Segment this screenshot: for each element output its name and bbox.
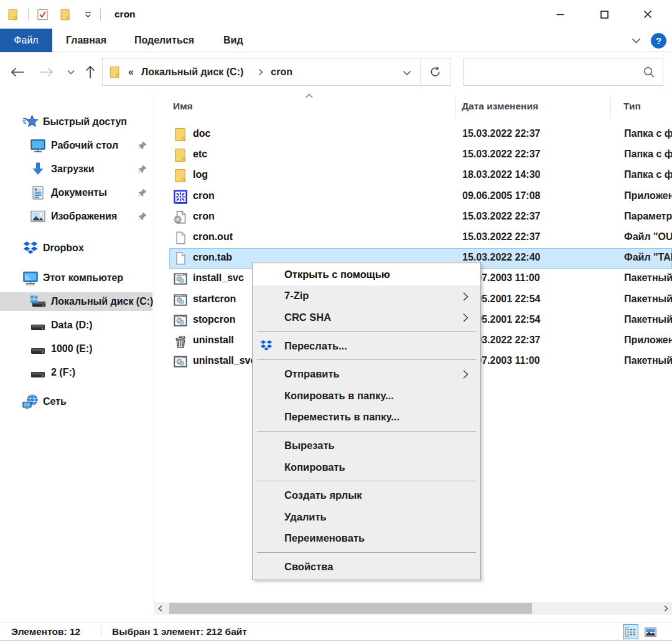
file-icon-slot	[174, 147, 187, 163]
context-menu-item[interactable]: Создать ярлык	[253, 484, 480, 506]
context-menu-item[interactable]: Переместить в папку...	[253, 407, 480, 428]
items-count: Элементов: 12	[11, 626, 80, 637]
thumbnails-view-icon	[645, 627, 656, 637]
recent-locations-button[interactable]	[61, 62, 81, 82]
search-icon[interactable]	[643, 66, 655, 78]
scroll-left-button[interactable]	[154, 602, 166, 615]
horizontal-scrollbar[interactable]	[154, 602, 672, 615]
gearpage-file-icon	[174, 210, 187, 225]
file-name: cron	[193, 211, 215, 222]
address-bar[interactable]: « Локальный диск (C:) cron	[102, 58, 421, 86]
sidebar-item[interactable]: Документы	[0, 181, 154, 205]
file-date: 18.03.2022 14:30	[462, 169, 540, 180]
context-menu-item[interactable]: Копировать в папку...	[253, 385, 480, 407]
context-menu-item[interactable]: Открыть с помощью	[253, 264, 480, 285]
help-button[interactable]: ?	[651, 33, 666, 49]
column-header-type[interactable]: Тип	[623, 101, 641, 112]
context-menu-item[interactable]: 7-Zip	[253, 285, 480, 307]
file-name: uninstall	[193, 335, 234, 346]
sidebar-item[interactable]: Быстрый доступ	[0, 110, 154, 134]
app-file-icon	[174, 189, 187, 205]
drive-icon	[30, 341, 46, 356]
file-icon-slot	[174, 189, 187, 205]
breadcrumb-chevron-icon[interactable]	[251, 68, 263, 76]
sidebar-item[interactable]: Сеть	[0, 390, 154, 414]
sidebar-item[interactable]: 2 (F:)	[0, 361, 154, 384]
details-view-button[interactable]	[623, 624, 638, 639]
context-menu-item[interactable]: Отправить	[253, 363, 480, 385]
sidebar-item-icon-slot	[22, 270, 39, 286]
star-icon	[22, 114, 39, 129]
file-icon-slot	[174, 313, 187, 328]
sidebar-item[interactable]: Рабочий стол	[0, 134, 154, 157]
file-row[interactable]: etc 15.03.2022 22:37 Папка с файлами	[154, 145, 672, 165]
file-row[interactable]: doc 15.03.2022 22:37 Папка с файлами	[154, 124, 672, 145]
context-menu-item[interactable]: CRC SHA	[253, 307, 480, 328]
column-separator[interactable]	[610, 96, 611, 119]
file-icon-slot	[174, 168, 187, 183]
context-menu-item[interactable]: Вырезать	[253, 435, 480, 456]
tab-share[interactable]: Поделиться	[134, 29, 194, 52]
file-type: Приложение	[624, 335, 672, 346]
sort-ascending-icon[interactable]	[305, 93, 314, 98]
forward-button[interactable]	[37, 62, 57, 82]
maximize-button[interactable]	[582, 0, 626, 29]
new-folder-icon[interactable]	[60, 8, 73, 21]
sidebar-item-icon-slot	[22, 240, 39, 256]
sidebar-item[interactable]: 1000 (E:)	[0, 337, 154, 361]
ribbon-expand-button[interactable]	[628, 34, 643, 49]
file-name: doc	[193, 128, 210, 139]
close-button[interactable]	[626, 0, 670, 29]
tab-view[interactable]: Вид	[223, 29, 243, 52]
search-input[interactable]	[463, 58, 663, 86]
column-separator[interactable]	[455, 96, 455, 119]
context-menu-item[interactable]: Переименовать	[253, 528, 480, 550]
context-menu-item[interactable]: Переслать...	[253, 335, 480, 357]
up-button[interactable]	[80, 62, 100, 82]
menu-item-label: Свойства	[284, 561, 333, 573]
drive-icon	[30, 318, 46, 333]
sidebar-item[interactable]: Изображения	[0, 205, 154, 228]
sidebar-item[interactable]: Локальный диск (C:)	[0, 290, 154, 313]
scroll-right-button[interactable]	[660, 602, 672, 615]
qat-dropdown-icon[interactable]	[83, 10, 93, 19]
scrollbar-thumb[interactable]	[169, 603, 532, 614]
breadcrumb-drive[interactable]: Локальный диск (C:)	[141, 67, 243, 78]
context-menu: Открыть с помощью 7-Zip CRC SHA Переслат…	[252, 262, 481, 580]
sidebar-item[interactable]: Data (D:)	[0, 313, 154, 337]
file-type: Пакетный файл Windows	[624, 272, 672, 284]
sidebar-item[interactable]: Dropbox	[0, 236, 154, 260]
column-header-date[interactable]: Дата изменения	[462, 101, 538, 112]
folder-icon[interactable]	[7, 8, 21, 21]
thumbnails-view-button[interactable]	[643, 624, 658, 639]
close-icon	[643, 10, 652, 19]
pin-icon	[138, 188, 147, 197]
file-row[interactable]: cron 15.03.2022 22:37 Параметры конфигур…	[154, 207, 672, 228]
title-bar: cron	[0, 0, 672, 29]
sidebar-item[interactable]: Загрузки	[0, 157, 154, 181]
refresh-button[interactable]	[420, 58, 450, 86]
breadcrumb-current[interactable]: cron	[271, 67, 292, 78]
sidebar-item[interactable]: Этот компьютер	[0, 266, 154, 290]
file-type: Приложение	[624, 190, 672, 201]
file-row[interactable]: cron 09.06.2005 17:08 Приложение	[154, 187, 672, 207]
breadcrumb-overflow[interactable]: «	[128, 67, 134, 78]
column-header-name[interactable]: Имя	[173, 101, 193, 112]
back-button[interactable]	[7, 62, 27, 82]
trash-file-icon	[174, 333, 187, 349]
file-type: Файл "OUT"	[624, 231, 672, 243]
properties-check-icon[interactable]	[36, 8, 49, 21]
address-dropdown-icon[interactable]	[403, 67, 411, 78]
file-name: cron.tab	[193, 252, 232, 263]
file-row[interactable]: log 18.03.2022 14:30 Папка с файлами	[154, 165, 672, 186]
tab-home[interactable]: Главная	[66, 29, 106, 52]
context-menu-item[interactable]: Свойства	[253, 556, 480, 578]
file-row[interactable]: cron.out 15.03.2022 22:37 Файл "OUT"	[154, 228, 672, 248]
minimize-button[interactable]	[538, 0, 582, 29]
context-menu-item[interactable]: Удалить	[253, 506, 480, 528]
menu-item-label: Удалить	[284, 511, 327, 523]
tab-file[interactable]: Файл	[0, 29, 52, 52]
context-menu-item[interactable]: Копировать	[253, 456, 480, 478]
refresh-icon	[429, 66, 441, 78]
arrow-up-icon	[85, 65, 95, 79]
